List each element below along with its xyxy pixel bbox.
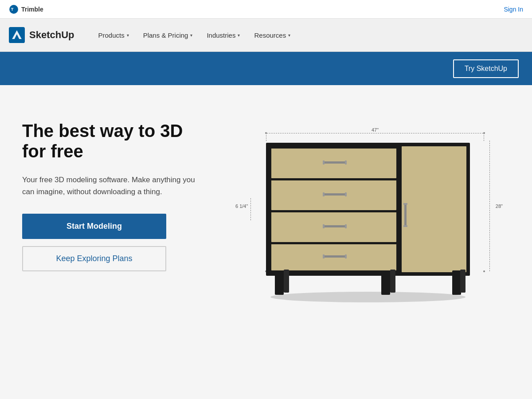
chevron-down-icon-industries: ▾ xyxy=(238,33,240,38)
hero-title: The best way to 3D for free xyxy=(22,121,208,161)
sign-in-link[interactable]: Sign In xyxy=(504,6,523,13)
sketchup-logo[interactable]: SketchUp xyxy=(9,27,74,43)
hero-left: The best way to 3D for free Your free 3D… xyxy=(22,112,208,271)
nav-label-industries: Industries xyxy=(207,31,235,39)
svg-rect-26 xyxy=(323,254,325,258)
nav-item-plans-pricing[interactable]: Plans & Pricing ▾ xyxy=(137,28,199,43)
nav-item-resources[interactable]: Resources ▾ xyxy=(248,28,297,43)
dimension-depth-label: 6 1/4" xyxy=(235,203,248,209)
blue-banner: Try SketchUp xyxy=(0,52,532,85)
svg-rect-27 xyxy=(345,254,347,258)
trimble-bar: T Trimble Sign In xyxy=(0,0,532,19)
svg-rect-22 xyxy=(345,224,347,228)
svg-rect-30 xyxy=(403,203,407,205)
nav-item-industries[interactable]: Industries ▾ xyxy=(200,28,246,43)
svg-rect-25 xyxy=(324,255,346,258)
dimension-width-label: 47" xyxy=(372,127,379,133)
svg-text:T: T xyxy=(11,7,13,12)
svg-rect-32 xyxy=(398,146,402,272)
nav-label-plans-pricing: Plans & Pricing xyxy=(143,31,188,39)
svg-rect-9 xyxy=(271,148,396,149)
sketchup-logo-text: SketchUp xyxy=(29,29,74,41)
start-modeling-button[interactable]: Start Modeling xyxy=(22,214,166,239)
dimension-height-line: 28" xyxy=(489,141,490,271)
svg-rect-21 xyxy=(323,224,325,228)
trimble-logo[interactable]: T Trimble xyxy=(9,4,43,14)
svg-rect-15 xyxy=(324,193,346,196)
hero-description: Your free 3D modeling software. Make any… xyxy=(22,174,208,198)
svg-rect-37 xyxy=(390,270,395,293)
hero-section: The best way to 3D for free Your free 3D… xyxy=(0,85,532,355)
sketchup-logo-icon xyxy=(9,27,25,43)
nav-label-products: Products xyxy=(98,31,124,39)
nav-menu: Products ▾ Plans & Pricing ▾ Industries … xyxy=(92,28,523,43)
nav-label-resources: Resources xyxy=(254,31,286,39)
sketchup-nav: SketchUp Products ▾ Plans & Pricing ▾ In… xyxy=(0,19,532,52)
svg-rect-31 xyxy=(403,225,407,227)
keep-exploring-button[interactable]: Keep Exploring Plans xyxy=(22,246,166,271)
svg-rect-17 xyxy=(345,192,347,196)
dresser-svg xyxy=(262,134,479,302)
svg-rect-14 xyxy=(271,180,396,180)
dimension-depth-line: 6 1/4" xyxy=(250,198,251,220)
chevron-down-icon-plans: ▾ xyxy=(190,33,192,38)
dimension-width-line: 47" xyxy=(267,133,483,133)
dresser-illustration: 47" 28" 6 1/4" xyxy=(244,121,492,307)
corner-dot-br xyxy=(483,270,485,272)
svg-rect-35 xyxy=(452,270,461,295)
svg-rect-38 xyxy=(460,270,466,293)
chevron-down-icon-products: ▾ xyxy=(127,33,129,38)
nav-item-products[interactable]: Products ▾ xyxy=(92,28,135,43)
chevron-down-icon-resources: ▾ xyxy=(288,33,290,38)
dim-line-topright xyxy=(484,133,484,141)
svg-rect-16 xyxy=(323,192,325,196)
svg-rect-19 xyxy=(271,212,396,212)
hero-right: 47" 28" 6 1/4" xyxy=(226,112,510,307)
svg-rect-24 xyxy=(271,244,396,244)
svg-rect-20 xyxy=(324,225,346,227)
dimension-height-label: 28" xyxy=(496,203,503,209)
svg-rect-10 xyxy=(324,161,346,164)
svg-rect-12 xyxy=(345,160,347,164)
try-sketchup-button[interactable]: Try SketchUp xyxy=(453,59,519,78)
svg-rect-33 xyxy=(275,270,284,295)
trimble-logo-icon: T xyxy=(9,4,19,14)
svg-point-5 xyxy=(270,292,466,302)
svg-rect-28 xyxy=(402,146,466,272)
svg-rect-11 xyxy=(323,160,325,164)
corner-dot-tr xyxy=(483,132,485,134)
svg-rect-34 xyxy=(381,270,390,295)
trimble-name: Trimble xyxy=(21,6,43,13)
svg-rect-36 xyxy=(284,270,289,293)
svg-rect-29 xyxy=(404,204,407,226)
